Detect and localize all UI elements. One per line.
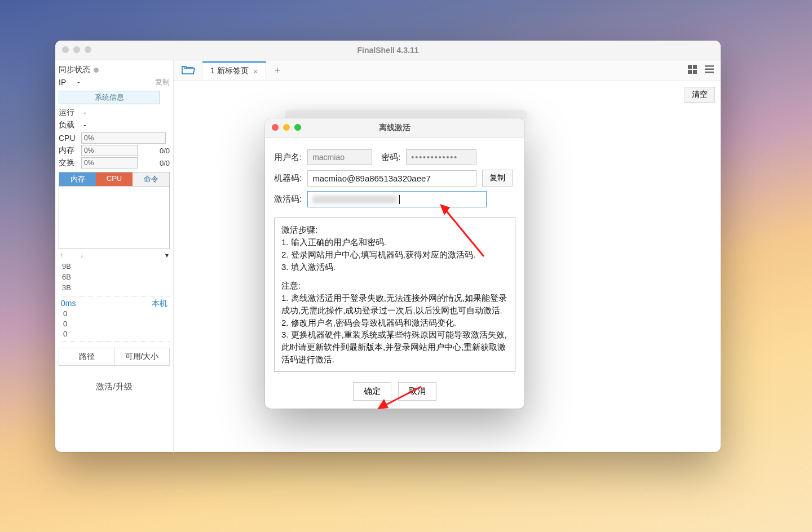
mem-extra: 0/0 — [160, 147, 170, 155]
grid-view-icon[interactable] — [687, 64, 698, 77]
upload-arrow-icon: ↑ — [60, 251, 63, 259]
traffic-lights-dialog[interactable] — [272, 124, 301, 131]
minimize-icon[interactable] — [283, 124, 290, 131]
svg-rect-1 — [693, 65, 697, 69]
svg-rect-2 — [688, 70, 692, 74]
bytes-row: 3B — [62, 283, 167, 294]
sync-status-indicator-icon — [94, 68, 99, 73]
size-column-header[interactable]: 可用/大小 — [114, 348, 169, 365]
steps-heading: 激活步骤: — [281, 224, 508, 236]
sync-status-label: 同步状态 — [59, 65, 90, 75]
mem-label: 内存 — [59, 145, 78, 156]
network-bytes: 9B 6B 3B — [59, 261, 170, 296]
note-item: 1. 离线激活适用于登录失败,无法连接外网的情况,如果能登录成功,无需此操作,成… — [281, 292, 508, 317]
metric-graph — [59, 187, 170, 249]
run-value: - — [83, 108, 86, 117]
zoom-icon[interactable] — [294, 124, 301, 131]
notes-heading: 注意: — [281, 280, 508, 292]
activation-code-label: 激活码: — [274, 194, 302, 205]
folder-open-icon — [182, 64, 195, 76]
tab-toolbar: 1 新标签页 × + — [174, 60, 721, 81]
traffic-lights-main[interactable] — [62, 46, 91, 53]
tab-command[interactable]: 命令 — [133, 172, 169, 186]
tab-cpu[interactable]: CPU — [96, 172, 133, 186]
bytes-row: 9B — [62, 261, 167, 272]
ip-label: IP — [59, 78, 66, 87]
system-info-button[interactable]: 系统信息 — [59, 91, 160, 104]
password-label: 密码: — [381, 152, 400, 163]
disk-table-header: 路径 可用/大小 — [59, 348, 170, 366]
tab-add-button[interactable]: + — [266, 61, 288, 80]
swap-value-input[interactable] — [81, 157, 138, 169]
activate-upgrade-link[interactable]: 激活/升级 — [59, 366, 170, 392]
clear-button[interactable]: 清空 — [685, 87, 715, 103]
username-label: 用户名: — [274, 152, 302, 163]
cpu-label: CPU — [59, 134, 78, 143]
note-item: 2. 修改用户名,密码会导致机器码和激活码变化. — [281, 317, 508, 329]
copy-machine-code-button[interactable]: 复制 — [482, 170, 513, 187]
zoom-icon[interactable] — [85, 46, 91, 53]
hamburger-menu-icon[interactable] — [704, 64, 715, 77]
text-caret-icon — [399, 195, 400, 204]
machine-code-label: 机器码: — [274, 173, 302, 184]
password-input[interactable] — [406, 149, 476, 165]
window-title: FinalShell 4.3.11 — [358, 46, 419, 55]
cpu-value-input[interactable] — [81, 132, 166, 144]
svg-rect-4 — [705, 65, 714, 67]
note-item: 3. 更换机器硬件,重装系统或某些特殊原因可能导致激活失效,此时请更新软件到最新… — [281, 329, 508, 365]
close-icon[interactable] — [62, 46, 69, 53]
ok-button[interactable]: 确定 — [353, 382, 391, 401]
cancel-button[interactable]: 取消 — [398, 382, 436, 401]
activation-code-input[interactable] — [307, 191, 487, 207]
svg-rect-5 — [705, 69, 714, 70]
dialog-title: 离线激活 — [379, 123, 411, 133]
network-menu-dropdown[interactable]: ▾ — [165, 251, 169, 259]
tab-memory[interactable]: 内存 — [59, 172, 96, 186]
machine-code-input[interactable] — [307, 170, 476, 187]
tab-label: 1 新标签页 — [210, 66, 249, 76]
obscured-code-icon — [312, 196, 397, 203]
svg-rect-3 — [693, 70, 697, 74]
copy-ip-button[interactable]: 复制 — [155, 77, 170, 87]
swap-label: 交换 — [59, 158, 78, 168]
username-input[interactable] — [307, 149, 372, 165]
bytes-row: 6B — [62, 272, 167, 283]
ip-value: - — [77, 78, 80, 87]
main-titlebar: FinalShell 4.3.11 — [55, 41, 721, 60]
step-item: 2. 登录网站用户中心,填写机器码,获得对应的激活码. — [281, 249, 508, 261]
latency-history: 0 0 0 — [59, 309, 170, 343]
download-arrow-icon: ↓ — [80, 251, 83, 259]
latency-value: 0ms — [61, 299, 76, 309]
step-item: 3. 填入激活码. — [281, 261, 508, 273]
svg-rect-6 — [705, 72, 714, 73]
swap-extra: 0/0 — [160, 159, 170, 167]
tab-close-icon[interactable]: × — [253, 66, 258, 76]
mem-value-input[interactable] — [81, 145, 138, 156]
instructions-panel: 激活步骤: 1. 输入正确的用户名和密码. 2. 登录网站用户中心,填写机器码,… — [274, 218, 515, 371]
load-label: 负载 — [59, 120, 74, 130]
background-dialog-hint — [285, 110, 527, 118]
minimize-icon[interactable] — [73, 46, 80, 53]
step-item: 1. 输入正确的用户名和密码. — [281, 236, 508, 249]
svg-rect-0 — [688, 65, 692, 69]
metric-tabs: 内存 CPU 命令 — [59, 172, 170, 187]
dialog-titlebar: 离线激活 — [265, 118, 524, 138]
run-label: 运行 — [59, 108, 74, 118]
sidebar: 同步状态 IP - 复制 系统信息 运行 - 负载 - CPU 内存 0/0 交 — [55, 60, 174, 453]
tab-new-page[interactable]: 1 新标签页 × — [202, 61, 266, 79]
activation-dialog: 离线激活 用户名: 密码: 机器码: 复制 激活码: 激活步骤: 1. 输入正确… — [265, 118, 524, 409]
close-icon[interactable] — [272, 124, 279, 131]
path-column-header[interactable]: 路径 — [59, 348, 114, 365]
open-folder-button[interactable] — [175, 62, 202, 79]
load-value: - — [83, 121, 86, 130]
local-machine-link[interactable]: 本机 — [152, 299, 167, 309]
